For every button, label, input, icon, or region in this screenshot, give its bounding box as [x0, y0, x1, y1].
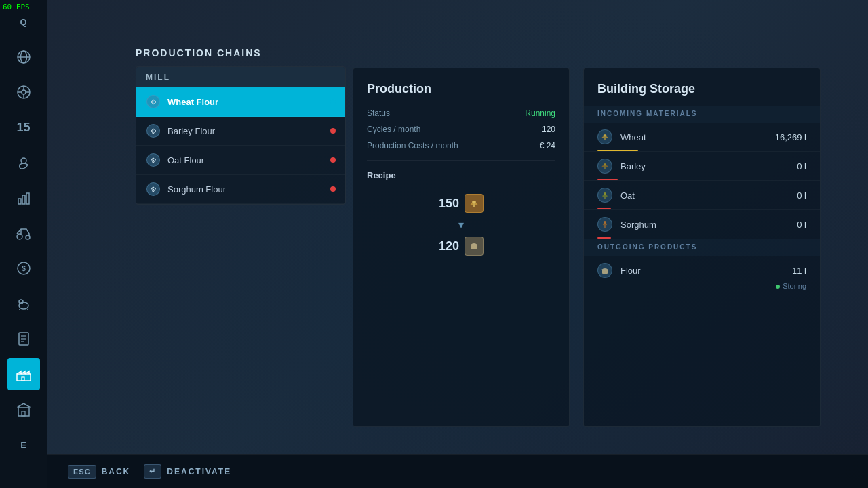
sidebar-item-factory[interactable]: [7, 358, 40, 390]
svg-point-34: [604, 135, 607, 137]
sorghum-flour-icon: ⚙: [146, 182, 161, 197]
recipe-input: 150: [439, 194, 484, 213]
svg-rect-10: [18, 199, 21, 204]
barley-bar: [597, 179, 618, 180]
svg-rect-29: [22, 411, 25, 416]
wheat-flour-icon: ⚙: [146, 94, 161, 109]
flour-recipe-icon: [465, 237, 484, 256]
chain-item-wheat-flour[interactable]: ⚙ Wheat Flour: [136, 87, 345, 117]
wheat-recipe-icon: [465, 194, 484, 213]
storage-item-barley: Barley 0 l: [584, 152, 820, 181]
status-value: Running: [525, 108, 555, 118]
chain-status-dot: [330, 157, 336, 163]
storage-item-sorghum: Sorghum 0 l: [584, 210, 820, 239]
chain-status-dot: [330, 186, 336, 192]
chain-name: Wheat Flour: [167, 97, 330, 107]
chain-name: Barley Flour: [167, 126, 330, 136]
flour-amount: 11 l: [792, 266, 806, 276]
back-label: BACK: [102, 467, 131, 476]
sidebar-item-weather[interactable]: [7, 146, 40, 179]
flour-outgoing-row: Flour 11 l: [597, 263, 806, 278]
svg-point-37: [604, 164, 606, 166]
costs-value: € 24: [540, 141, 555, 150]
wheat-amount: 16,269 l: [775, 132, 806, 142]
wheat-bar: [597, 150, 638, 151]
sorghum-bar: [597, 237, 611, 239]
mill-header: MILL: [136, 67, 345, 87]
oat-storage-icon: [597, 188, 612, 203]
building-storage-panel: Building Storage INCOMING MATERIALS Whea…: [583, 68, 821, 427]
chain-name: Oat Flour: [167, 155, 330, 165]
svg-rect-12: [26, 193, 29, 204]
svg-point-40: [604, 192, 606, 195]
recipe-input-amount: 150: [439, 197, 459, 211]
chain-item-oat-flour[interactable]: ⚙ Oat Flour: [136, 146, 345, 175]
production-chains-panel: PRODUCTION CHAINS MILL ⚙ Wheat Flour ⚙ B…: [136, 47, 346, 205]
production-cycles-row: Cycles / month 120: [367, 125, 555, 134]
svg-point-45: [606, 224, 607, 225]
sidebar-item-coin[interactable]: $: [7, 252, 40, 285]
production-costs-row: Production Costs / month € 24: [367, 141, 555, 150]
main-content: PRODUCTION CHAINS MILL ⚙ Wheat Flour ⚙ B…: [47, 0, 868, 488]
sorghum-storage-icon: [597, 217, 612, 232]
bottom-bar: ESC BACK ↵ DEACTIVATE: [47, 454, 868, 488]
svg-point-14: [26, 235, 30, 239]
deactivate-button[interactable]: ↵ DEACTIVATE: [144, 464, 231, 479]
sorghum-name: Sorghum: [620, 220, 797, 230]
wheat-name: Wheat: [620, 132, 775, 142]
mill-panel: MILL ⚙ Wheat Flour ⚙ Barley Flour ⚙: [136, 66, 346, 205]
chain-item-barley-flour[interactable]: ⚙ Barley Flour: [136, 117, 345, 146]
sidebar-item-papers[interactable]: [7, 323, 40, 355]
sidebar-item-wheel[interactable]: [7, 76, 40, 108]
sidebar-item-globe[interactable]: [7, 41, 40, 73]
sidebar-item-animal[interactable]: [7, 287, 40, 320]
recipe-output-amount: 120: [439, 239, 459, 253]
costs-label: Production Costs / month: [367, 141, 458, 150]
barley-name: Barley: [620, 161, 797, 171]
storage-item-flour: Flour 11 l Storing: [584, 256, 820, 300]
svg-point-42: [605, 195, 608, 197]
svg-rect-27: [22, 377, 24, 381]
status-label: Status: [367, 108, 390, 118]
oat-flour-icon: ⚙: [146, 152, 161, 167]
sidebar-item-e[interactable]: E: [7, 428, 40, 461]
chain-status-dot: [330, 99, 336, 104]
svg-rect-11: [22, 195, 25, 204]
section-title: PRODUCTION CHAINS: [136, 47, 346, 58]
chain-status-dot: [330, 128, 336, 134]
flour-name: Flour: [620, 266, 792, 276]
storage-item-oat: Oat 0 l: [584, 181, 820, 210]
storage-title: Building Storage: [584, 68, 820, 106]
sidebar-item-calendar[interactable]: 15: [7, 111, 40, 144]
svg-point-9: [21, 158, 26, 163]
esc-key-badge: ESC: [68, 465, 96, 479]
production-panel: Production Status Running Cycles / month…: [353, 68, 570, 427]
recipe-area: 150 ▾ 120: [367, 194, 555, 256]
oat-name: Oat: [620, 190, 797, 201]
cycles-value: 120: [542, 125, 555, 134]
svg-rect-26: [17, 374, 31, 381]
divider: [367, 160, 555, 161]
back-button[interactable]: ESC BACK: [68, 465, 130, 479]
storing-status: Storing: [783, 281, 806, 293]
sidebar-item-building[interactable]: [7, 393, 40, 426]
svg-point-41: [602, 195, 605, 197]
flour-storage-icon: [597, 263, 612, 278]
storage-item-wheat: Wheat 16,269 l: [584, 123, 820, 152]
sidebar: Q 15: [0, 0, 47, 488]
svg-point-44: [603, 224, 604, 225]
svg-point-13: [17, 234, 22, 239]
oat-bar: [597, 208, 611, 209]
sidebar-item-chart[interactable]: [7, 182, 40, 214]
chain-item-sorghum-flour[interactable]: ⚙ Sorghum Flour: [136, 175, 345, 204]
enter-key-badge: ↵: [144, 464, 161, 479]
fps-counter: 60 FPS: [3, 3, 30, 12]
barley-flour-icon: ⚙: [146, 123, 161, 138]
recipe-output: 120: [439, 237, 484, 256]
svg-point-43: [604, 221, 606, 224]
cycles-label: Cycles / month: [367, 125, 420, 134]
sidebar-item-tractor[interactable]: [7, 217, 40, 249]
oat-amount: 0 l: [797, 190, 806, 201]
production-status-row: Status Running: [367, 108, 555, 118]
barley-amount: 0 l: [797, 161, 806, 171]
